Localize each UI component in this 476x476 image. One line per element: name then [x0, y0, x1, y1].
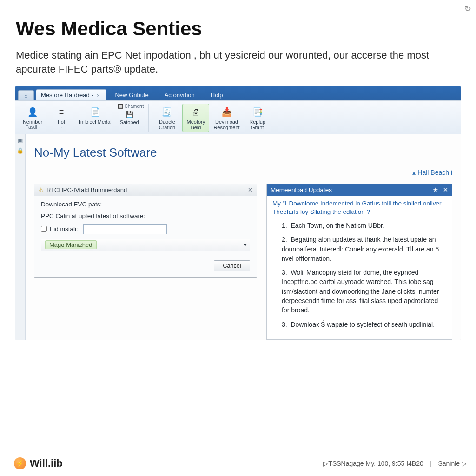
rail-icon-1[interactable]: ▣ — [18, 137, 23, 144]
updates-item: 1. Each Town, on the Naticm UBbr. — [282, 221, 445, 230]
refresh-icon[interactable]: ↻ — [464, 4, 471, 14]
ribbon-toolbar: 👤 Nennber Fasdl · ≡ Fot · 📄 Iniloicel Me… — [15, 100, 461, 134]
tab-active-label: Mestore Hardread · — [41, 92, 93, 99]
tab-close-icon[interactable]: × — [97, 93, 99, 98]
version-select[interactable]: Mago Manizhed ▾ — [41, 239, 250, 251]
ribbon-replup-label: ReplupGrant — [249, 119, 265, 130]
receipt-icon: 🧾 — [160, 106, 174, 118]
app-window: ⌂ Mestore Hardread · × New Gnbute Actonv… — [15, 86, 461, 340]
chevron-down-icon: ▾ — [244, 241, 247, 248]
install-checkbox[interactable] — [41, 226, 47, 232]
ribbon-fot[interactable]: ≡ Fot · — [48, 104, 75, 131]
tab-active[interactable]: Mestore Hardread · × — [36, 89, 106, 100]
ribbon-satoped[interactable]: 💾 Satoped — [118, 109, 141, 126]
dialog-line1: Downlocad EVC pats: — [41, 201, 250, 208]
titlebar: ⌂ Mestore Hardread · × New Gnbute Actonv… — [15, 86, 461, 100]
footer-separator: | — [430, 460, 432, 467]
tab-action[interactable]: Actonvrtion — [157, 89, 202, 100]
dialog-close-icon[interactable]: ✕ — [248, 186, 253, 193]
member-icon: 👤 — [26, 106, 40, 118]
brand[interactable]: ⚡ Will.iib — [14, 457, 63, 469]
ribbon-member-sub: Fasdl · — [26, 125, 40, 130]
ribbon-daocte[interactable]: 🧾 DaocteCration — [153, 104, 180, 132]
brand-label: Will.iib — [30, 457, 63, 469]
ribbon-fot-sub: · — [61, 125, 62, 130]
ribbon-daocte-label: DaocteCration — [159, 119, 175, 130]
doc-icon: 📄 — [88, 106, 102, 118]
updates-title-text: Memeenload Updates — [271, 186, 332, 193]
updates-star-icon[interactable]: ★ — [433, 186, 438, 193]
save-icon: 💾 — [125, 110, 134, 119]
install-checkbox-row[interactable]: Fid instalr: — [41, 224, 250, 234]
breadcrumb-label: Hall Beach i — [417, 169, 452, 176]
ribbon-medal-label: Iniloicel Medal — [79, 119, 112, 125]
breadcrumb[interactable]: ▴Hall Beach i — [34, 169, 452, 176]
updates-lead: My '1 Downiome Indemented in Gatlus fnil… — [267, 196, 452, 219]
footer-status: ▷TSSNagage My. 100, 9:55 I4B20 — [323, 460, 423, 467]
updates-panel: Memeenload Updates ★ ✕ My '1 Downiome In… — [266, 184, 452, 340]
warning-icon: ⚠ — [38, 186, 44, 193]
ribbon-chamorrt[interactable]: 🔲 Chamorrt — [118, 104, 144, 109]
ribbon-fot-label: Fot — [58, 119, 65, 125]
ribbon-replup[interactable]: 📑 ReplupGrant — [244, 104, 271, 132]
ribbon-meotory-label: MeotoryBeld — [187, 119, 205, 130]
cancel-button[interactable]: Cancel — [214, 260, 250, 271]
updates-item: 3. Woli' Mancopny steid for dome, the ey… — [282, 268, 445, 315]
dialog-title-text: RTCHPC-IVtald Bunnnerdand — [46, 186, 127, 193]
ribbon-medal[interactable]: 📄 Iniloicel Medal — [77, 104, 114, 126]
list-icon: ≡ — [54, 106, 68, 118]
left-rail: ▣ 🔒 — [15, 134, 26, 340]
doc-heading: No-My Latest Software — [34, 145, 452, 165]
ribbon-satoped-label: Satoped — [120, 119, 139, 125]
ribbon-download-label: DevinioadResoqment — [213, 119, 239, 130]
download-icon: 📥 — [220, 106, 234, 118]
tab-new[interactable]: New Gnbute — [107, 89, 156, 100]
app-icon: ⌂ — [18, 90, 34, 100]
updates-item: 3. Downloaк Ś wapate to syclefect of sea… — [282, 320, 445, 329]
report-icon: 📑 — [251, 106, 264, 118]
caret-up-icon: ▴ — [412, 169, 416, 176]
updates-close-icon[interactable]: ✕ — [443, 186, 448, 193]
page-title: Wes Medica Senties — [16, 18, 460, 40]
footer-link[interactable]: Saninle ▷ — [438, 460, 467, 467]
install-checkbox-label: Fid instalr: — [50, 225, 79, 232]
print-icon: 🖨 — [189, 106, 203, 118]
ribbon-download[interactable]: 📥 DevinioadResoqment — [211, 104, 242, 132]
ribbon-member-label: Nennber — [23, 119, 42, 125]
footer: ⚡ Will.iib ▷TSSNagage My. 100, 9:55 I4B2… — [0, 453, 476, 476]
rail-icon-2[interactable]: 🔒 — [17, 147, 24, 154]
updates-item: 2. Begating alon updates at thank the la… — [282, 235, 445, 263]
ribbon-meotory[interactable]: 🖨 MeotoryBeld — [182, 104, 209, 132]
ribbon-member[interactable]: 👤 Nennber Fasdl · — [19, 104, 46, 131]
version-select-value: Mago Manizhed — [45, 240, 97, 249]
tab-help[interactable]: Holp — [203, 89, 231, 100]
download-dialog: ⚠ RTCHPC-IVtald Bunnnerdand ✕ Downlocad … — [34, 184, 257, 278]
brand-bolt-icon: ⚡ — [14, 457, 26, 469]
dialog-line2: PPC Calin at upted latest of software: — [41, 212, 250, 219]
install-path-input[interactable] — [83, 224, 167, 234]
page-subtitle: Medice stating ain EPC Net inpodation , … — [16, 48, 443, 76]
